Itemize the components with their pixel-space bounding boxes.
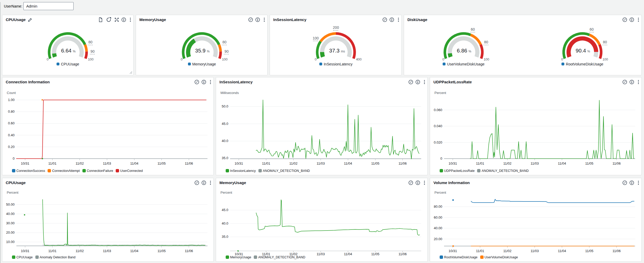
svg-text:90: 90 xyxy=(225,49,229,53)
svg-text:0: 0 xyxy=(315,57,316,61)
svg-text:100: 100 xyxy=(222,57,228,61)
svg-text:90: 90 xyxy=(90,49,95,53)
svg-text:0: 0 xyxy=(442,57,444,61)
svg-text:80: 80 xyxy=(484,40,488,44)
svg-text:6.64: 6.64 xyxy=(61,48,71,53)
svg-text:%: % xyxy=(587,50,590,53)
svg-text:ms: ms xyxy=(341,50,345,53)
svg-text:%: % xyxy=(207,50,210,53)
svg-text:200: 200 xyxy=(333,25,339,30)
svg-text:35.9: 35.9 xyxy=(195,48,206,53)
svg-text:0: 0 xyxy=(181,57,183,61)
svg-text:400: 400 xyxy=(356,57,362,61)
svg-text:90.4: 90.4 xyxy=(576,48,586,53)
svg-text:100: 100 xyxy=(313,36,319,40)
svg-text:0: 0 xyxy=(47,57,48,61)
svg-text:80: 80 xyxy=(88,40,93,44)
svg-text:60: 60 xyxy=(471,27,475,31)
svg-text:6.86: 6.86 xyxy=(457,48,467,53)
svg-text:100: 100 xyxy=(602,57,608,61)
svg-text:60: 60 xyxy=(590,27,594,31)
svg-text:100: 100 xyxy=(88,57,94,61)
svg-text:%: % xyxy=(73,50,76,53)
svg-text:80: 80 xyxy=(223,40,227,44)
svg-text:37.3: 37.3 xyxy=(329,48,340,53)
svg-text:%: % xyxy=(469,50,471,53)
svg-text:100: 100 xyxy=(484,57,489,61)
svg-text:80: 80 xyxy=(603,40,607,44)
svg-text:0: 0 xyxy=(561,57,563,61)
